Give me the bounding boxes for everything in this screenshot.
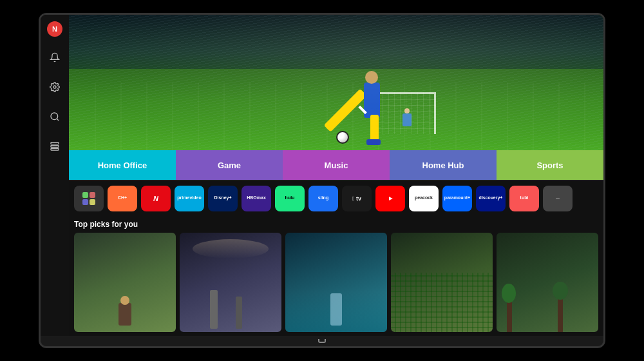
tv-frame: N — [39, 13, 605, 348]
svg-point-1 — [51, 113, 58, 120]
guide-icon[interactable] — [46, 137, 64, 155]
app-disney-plus[interactable]: Disney+ — [208, 186, 238, 211]
settings-icon[interactable] — [46, 78, 64, 96]
app-all-apps[interactable] — [74, 186, 104, 211]
search-icon[interactable] — [46, 108, 64, 126]
top-picks-title: Top picks for you — [74, 220, 598, 229]
hero-banner — [69, 15, 603, 150]
app-channel-plus[interactable]: CH+ — [108, 186, 137, 211]
cat-tab-game[interactable]: Game — [176, 150, 283, 180]
tv-screen: N — [41, 15, 603, 336]
cat-tab-sports[interactable]: Sports — [497, 150, 603, 180]
picks-grid — [74, 233, 598, 332]
pick-item-4[interactable] — [391, 233, 493, 332]
app-apple-tv[interactable]:  tv — [342, 186, 372, 211]
app-youtube[interactable]: ▶ — [375, 186, 405, 211]
player — [359, 60, 410, 144]
top-picks: Top picks for you — [69, 216, 603, 336]
category-tabs: Home OfficeGameMusicHome HubSports — [69, 150, 603, 180]
svg-point-0 — [53, 86, 56, 88]
app-netflix[interactable]: N — [141, 186, 171, 211]
tv-logo-chevron — [318, 339, 326, 343]
notification-icon[interactable] — [46, 48, 64, 66]
pick-item-1[interactable] — [74, 233, 176, 332]
hero-sky — [69, 15, 603, 76]
app-sling[interactable]: sling — [308, 186, 338, 211]
cat-tab-music[interactable]: Music — [283, 150, 390, 180]
app-more-apps[interactable]: ... — [543, 186, 573, 211]
app-discovery-plus[interactable]: discovery+ — [476, 186, 506, 211]
app-hbo-max[interactable]: HBOmax — [242, 186, 271, 211]
pick-item-2[interactable] — [180, 233, 281, 332]
pick-item-3[interactable] — [285, 233, 387, 332]
user-avatar[interactable]: N — [47, 21, 62, 37]
app-prime-video[interactable]: primevideo — [175, 186, 204, 211]
apps-row: CH+NprimevideoDisney+HBOmaxhulusling tv… — [69, 180, 603, 216]
svg-rect-5 — [51, 148, 59, 150]
cat-tab-home-office[interactable]: Home Office — [69, 150, 176, 180]
pick-item-5[interactable] — [497, 233, 598, 332]
soccer-ball — [336, 131, 349, 144]
app-peacock[interactable]: peacock — [409, 186, 439, 211]
app-tubi[interactable]: tubi — [509, 186, 539, 211]
tv-bottom-bar — [41, 336, 603, 346]
app-hulu[interactable]: hulu — [275, 186, 305, 211]
svg-rect-3 — [51, 142, 59, 144]
svg-rect-4 — [51, 146, 59, 148]
sidebar: N — [41, 15, 69, 336]
cat-tab-home-hub[interactable]: Home Hub — [390, 150, 497, 180]
app-paramount[interactable]: paramount+ — [442, 186, 472, 211]
svg-line-2 — [57, 119, 59, 121]
main-content: Home OfficeGameMusicHome HubSports CH+Np… — [69, 15, 603, 336]
